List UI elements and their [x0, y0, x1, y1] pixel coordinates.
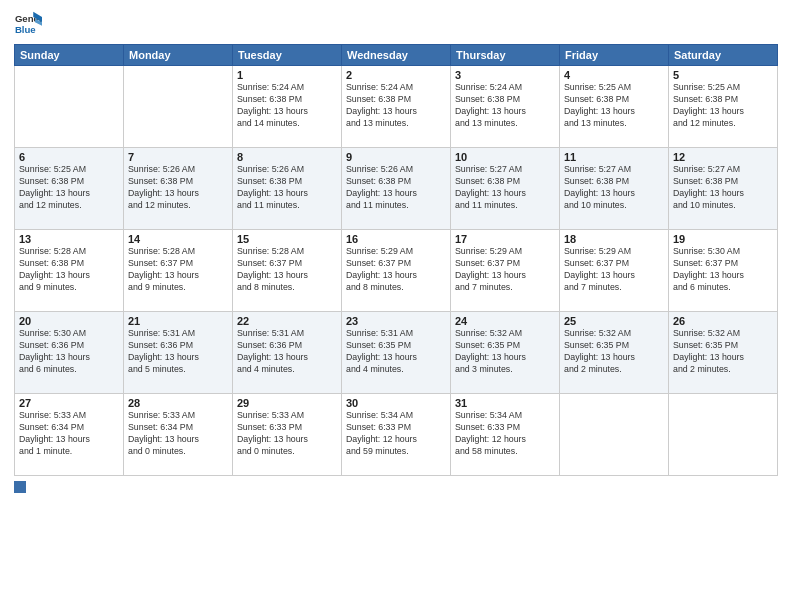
calendar-day-header: Sunday [15, 45, 124, 66]
calendar-cell: 23Sunrise: 5:31 AM Sunset: 6:35 PM Dayli… [342, 312, 451, 394]
calendar-cell: 28Sunrise: 5:33 AM Sunset: 6:34 PM Dayli… [124, 394, 233, 476]
calendar-week-row: 20Sunrise: 5:30 AM Sunset: 6:36 PM Dayli… [15, 312, 778, 394]
day-number: 20 [19, 315, 119, 327]
day-info: Sunrise: 5:32 AM Sunset: 6:35 PM Dayligh… [564, 328, 664, 376]
day-number: 27 [19, 397, 119, 409]
calendar-cell [560, 394, 669, 476]
calendar-day-header: Friday [560, 45, 669, 66]
calendar-cell: 7Sunrise: 5:26 AM Sunset: 6:38 PM Daylig… [124, 148, 233, 230]
day-number: 14 [128, 233, 228, 245]
day-number: 25 [564, 315, 664, 327]
calendar-cell: 12Sunrise: 5:27 AM Sunset: 6:38 PM Dayli… [669, 148, 778, 230]
day-number: 7 [128, 151, 228, 163]
calendar-cell [15, 66, 124, 148]
calendar-header-row: SundayMondayTuesdayWednesdayThursdayFrid… [15, 45, 778, 66]
calendar-cell: 21Sunrise: 5:31 AM Sunset: 6:36 PM Dayli… [124, 312, 233, 394]
day-info: Sunrise: 5:31 AM Sunset: 6:35 PM Dayligh… [346, 328, 446, 376]
day-number: 31 [455, 397, 555, 409]
calendar-cell: 10Sunrise: 5:27 AM Sunset: 6:38 PM Dayli… [451, 148, 560, 230]
day-info: Sunrise: 5:25 AM Sunset: 6:38 PM Dayligh… [564, 82, 664, 130]
day-number: 18 [564, 233, 664, 245]
day-info: Sunrise: 5:24 AM Sunset: 6:38 PM Dayligh… [455, 82, 555, 130]
day-info: Sunrise: 5:33 AM Sunset: 6:33 PM Dayligh… [237, 410, 337, 458]
day-info: Sunrise: 5:27 AM Sunset: 6:38 PM Dayligh… [673, 164, 773, 212]
day-info: Sunrise: 5:24 AM Sunset: 6:38 PM Dayligh… [346, 82, 446, 130]
day-number: 28 [128, 397, 228, 409]
page: General Blue SundayMondayTuesdayWednesda… [0, 0, 792, 612]
calendar-day-header: Thursday [451, 45, 560, 66]
day-info: Sunrise: 5:29 AM Sunset: 6:37 PM Dayligh… [564, 246, 664, 294]
calendar-cell: 6Sunrise: 5:25 AM Sunset: 6:38 PM Daylig… [15, 148, 124, 230]
calendar-day-header: Wednesday [342, 45, 451, 66]
day-info: Sunrise: 5:31 AM Sunset: 6:36 PM Dayligh… [237, 328, 337, 376]
calendar-cell: 2Sunrise: 5:24 AM Sunset: 6:38 PM Daylig… [342, 66, 451, 148]
day-info: Sunrise: 5:27 AM Sunset: 6:38 PM Dayligh… [564, 164, 664, 212]
day-info: Sunrise: 5:26 AM Sunset: 6:38 PM Dayligh… [128, 164, 228, 212]
day-info: Sunrise: 5:26 AM Sunset: 6:38 PM Dayligh… [346, 164, 446, 212]
day-info: Sunrise: 5:33 AM Sunset: 6:34 PM Dayligh… [19, 410, 119, 458]
day-info: Sunrise: 5:29 AM Sunset: 6:37 PM Dayligh… [346, 246, 446, 294]
calendar-cell: 8Sunrise: 5:26 AM Sunset: 6:38 PM Daylig… [233, 148, 342, 230]
day-number: 10 [455, 151, 555, 163]
calendar-cell: 25Sunrise: 5:32 AM Sunset: 6:35 PM Dayli… [560, 312, 669, 394]
day-info: Sunrise: 5:28 AM Sunset: 6:37 PM Dayligh… [237, 246, 337, 294]
day-number: 16 [346, 233, 446, 245]
day-number: 3 [455, 69, 555, 81]
calendar-week-row: 13Sunrise: 5:28 AM Sunset: 6:38 PM Dayli… [15, 230, 778, 312]
calendar-cell: 5Sunrise: 5:25 AM Sunset: 6:38 PM Daylig… [669, 66, 778, 148]
calendar-day-header: Monday [124, 45, 233, 66]
calendar-cell: 29Sunrise: 5:33 AM Sunset: 6:33 PM Dayli… [233, 394, 342, 476]
calendar-cell: 9Sunrise: 5:26 AM Sunset: 6:38 PM Daylig… [342, 148, 451, 230]
day-info: Sunrise: 5:34 AM Sunset: 6:33 PM Dayligh… [346, 410, 446, 458]
calendar-week-row: 1Sunrise: 5:24 AM Sunset: 6:38 PM Daylig… [15, 66, 778, 148]
day-number: 13 [19, 233, 119, 245]
day-info: Sunrise: 5:30 AM Sunset: 6:36 PM Dayligh… [19, 328, 119, 376]
calendar-cell: 15Sunrise: 5:28 AM Sunset: 6:37 PM Dayli… [233, 230, 342, 312]
day-info: Sunrise: 5:33 AM Sunset: 6:34 PM Dayligh… [128, 410, 228, 458]
calendar-cell: 27Sunrise: 5:33 AM Sunset: 6:34 PM Dayli… [15, 394, 124, 476]
header: General Blue [14, 10, 778, 38]
day-info: Sunrise: 5:30 AM Sunset: 6:37 PM Dayligh… [673, 246, 773, 294]
day-number: 23 [346, 315, 446, 327]
day-number: 22 [237, 315, 337, 327]
svg-text:Blue: Blue [15, 24, 36, 35]
day-info: Sunrise: 5:31 AM Sunset: 6:36 PM Dayligh… [128, 328, 228, 376]
calendar-week-row: 27Sunrise: 5:33 AM Sunset: 6:34 PM Dayli… [15, 394, 778, 476]
day-info: Sunrise: 5:26 AM Sunset: 6:38 PM Dayligh… [237, 164, 337, 212]
calendar-cell [124, 66, 233, 148]
day-number: 8 [237, 151, 337, 163]
legend-color-box [14, 481, 26, 493]
calendar-cell: 24Sunrise: 5:32 AM Sunset: 6:35 PM Dayli… [451, 312, 560, 394]
day-number: 17 [455, 233, 555, 245]
day-info: Sunrise: 5:25 AM Sunset: 6:38 PM Dayligh… [673, 82, 773, 130]
calendar-cell: 14Sunrise: 5:28 AM Sunset: 6:37 PM Dayli… [124, 230, 233, 312]
calendar-cell: 31Sunrise: 5:34 AM Sunset: 6:33 PM Dayli… [451, 394, 560, 476]
day-info: Sunrise: 5:32 AM Sunset: 6:35 PM Dayligh… [673, 328, 773, 376]
calendar-cell: 17Sunrise: 5:29 AM Sunset: 6:37 PM Dayli… [451, 230, 560, 312]
day-info: Sunrise: 5:24 AM Sunset: 6:38 PM Dayligh… [237, 82, 337, 130]
day-number: 24 [455, 315, 555, 327]
calendar-table: SundayMondayTuesdayWednesdayThursdayFrid… [14, 44, 778, 476]
logo-icon: General Blue [14, 10, 42, 38]
calendar-cell: 20Sunrise: 5:30 AM Sunset: 6:36 PM Dayli… [15, 312, 124, 394]
day-number: 11 [564, 151, 664, 163]
calendar-cell [669, 394, 778, 476]
calendar-cell: 3Sunrise: 5:24 AM Sunset: 6:38 PM Daylig… [451, 66, 560, 148]
day-info: Sunrise: 5:25 AM Sunset: 6:38 PM Dayligh… [19, 164, 119, 212]
day-number: 4 [564, 69, 664, 81]
day-number: 15 [237, 233, 337, 245]
calendar-cell: 4Sunrise: 5:25 AM Sunset: 6:38 PM Daylig… [560, 66, 669, 148]
calendar-cell: 16Sunrise: 5:29 AM Sunset: 6:37 PM Dayli… [342, 230, 451, 312]
logo: General Blue [14, 10, 42, 38]
day-number: 6 [19, 151, 119, 163]
calendar-cell: 30Sunrise: 5:34 AM Sunset: 6:33 PM Dayli… [342, 394, 451, 476]
day-number: 29 [237, 397, 337, 409]
calendar-week-row: 6Sunrise: 5:25 AM Sunset: 6:38 PM Daylig… [15, 148, 778, 230]
calendar-cell: 11Sunrise: 5:27 AM Sunset: 6:38 PM Dayli… [560, 148, 669, 230]
calendar-cell: 1Sunrise: 5:24 AM Sunset: 6:38 PM Daylig… [233, 66, 342, 148]
day-number: 21 [128, 315, 228, 327]
calendar-cell: 19Sunrise: 5:30 AM Sunset: 6:37 PM Dayli… [669, 230, 778, 312]
calendar-day-header: Tuesday [233, 45, 342, 66]
day-number: 9 [346, 151, 446, 163]
day-number: 30 [346, 397, 446, 409]
